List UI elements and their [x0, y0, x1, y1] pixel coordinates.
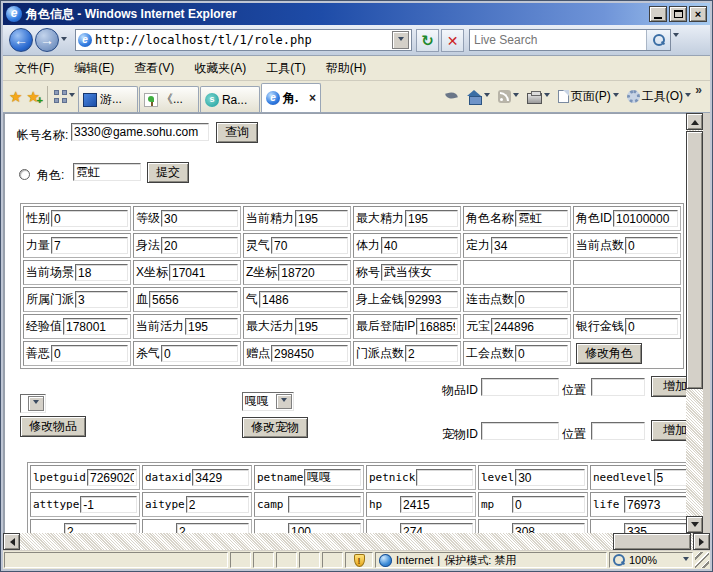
field-input[interactable]: [624, 496, 686, 513]
zoom-control[interactable]: 100%: [609, 552, 693, 568]
zoom-dropdown-icon[interactable]: [683, 557, 689, 564]
minimize-button[interactable]: [649, 6, 667, 22]
history-dropdown[interactable]: [61, 37, 67, 44]
field-input[interactable]: [624, 523, 686, 533]
refresh-button[interactable]: ↻: [416, 29, 439, 52]
field-input[interactable]: [625, 237, 678, 254]
item-select[interactable]: [20, 394, 46, 413]
menu-item-favorites[interactable]: 收藏夹(A): [188, 57, 252, 80]
url-box[interactable]: e http://localhost/tl/1/role.php: [75, 29, 412, 51]
field-input[interactable]: [169, 264, 238, 281]
scroll-right-button[interactable]: [693, 533, 710, 550]
role-radio[interactable]: [19, 169, 30, 180]
field-input[interactable]: [654, 469, 686, 486]
pet-select[interactable]: 嘎嘎: [242, 392, 294, 411]
field-input[interactable]: [259, 291, 348, 308]
tab-1[interactable]: 《...: [139, 86, 199, 112]
url-text[interactable]: http://localhost/tl/1/role.php: [95, 33, 389, 47]
field-input[interactable]: [64, 523, 137, 533]
pet-pos-input[interactable]: [591, 422, 645, 440]
add-pet-button[interactable]: 增加宠物: [651, 420, 686, 441]
field-input[interactable]: [491, 237, 568, 254]
field-input[interactable]: [149, 291, 238, 308]
field-input[interactable]: [515, 291, 568, 308]
item-pos-input[interactable]: [591, 378, 645, 396]
item-select-dropdown[interactable]: [28, 396, 44, 411]
menu-item-view[interactable]: 查看(V): [128, 57, 180, 80]
field-input[interactable]: [625, 318, 678, 335]
horizontal-thumb[interactable]: [613, 533, 691, 550]
stop-button[interactable]: ✕: [441, 29, 464, 52]
toolbar-overflow-chevron[interactable]: »: [695, 83, 702, 97]
account-input[interactable]: [71, 123, 209, 141]
field-input[interactable]: [161, 345, 238, 362]
field-input[interactable]: [288, 496, 361, 513]
home-button[interactable]: [464, 88, 493, 105]
field-input[interactable]: [63, 318, 128, 335]
field-input[interactable]: [400, 496, 473, 513]
pet-id-input[interactable]: [481, 422, 559, 440]
horizontal-track[interactable]: [20, 533, 693, 550]
tab-0[interactable]: 游...: [78, 86, 138, 112]
back-button[interactable]: ←: [9, 28, 33, 52]
field-input[interactable]: [51, 345, 128, 362]
vertical-thumb[interactable]: [686, 131, 703, 389]
modify-pet-button[interactable]: 修改宠物: [242, 417, 308, 438]
field-input[interactable]: [512, 496, 585, 513]
add-item-button[interactable]: 增加物品: [651, 376, 686, 397]
field-input[interactable]: [161, 237, 238, 254]
field-input[interactable]: [295, 318, 348, 335]
field-input[interactable]: [400, 523, 473, 533]
scroll-down-button[interactable]: [686, 516, 703, 533]
search-input[interactable]: [470, 33, 646, 47]
query-button[interactable]: 查询: [216, 122, 258, 143]
tools-menu-button[interactable]: 工具(O): [624, 86, 694, 107]
url-dropdown-button[interactable]: [392, 31, 409, 49]
resize-grip[interactable]: [695, 552, 709, 568]
modify-role-button[interactable]: 修改角色: [576, 343, 642, 364]
print-button[interactable]: [524, 88, 553, 106]
field-input[interactable]: [515, 469, 585, 486]
vertical-scrollbar[interactable]: [686, 113, 703, 533]
horizontal-scrollbar[interactable]: [3, 533, 710, 550]
field-input[interactable]: [271, 345, 348, 362]
pet-select-dropdown[interactable]: [276, 394, 292, 409]
field-input[interactable]: [515, 210, 568, 227]
security-alert-cell[interactable]: !: [345, 552, 373, 568]
field-input[interactable]: [512, 523, 585, 533]
tab-2[interactable]: sRa...: [200, 86, 260, 112]
field-input[interactable]: [80, 496, 137, 513]
field-input[interactable]: [75, 264, 128, 281]
close-button[interactable]: ×: [689, 6, 707, 22]
modify-item-button[interactable]: 修改物品: [20, 416, 86, 437]
field-input[interactable]: [192, 469, 249, 486]
field-input[interactable]: [271, 237, 348, 254]
feeds-button[interactable]: [495, 88, 522, 105]
menu-item-edit[interactable]: 编辑(E): [68, 57, 120, 80]
tab-close-icon[interactable]: ×: [309, 91, 316, 105]
field-input[interactable]: [491, 318, 568, 335]
menu-item-file[interactable]: 文件(F): [9, 57, 60, 80]
field-input[interactable]: [176, 523, 249, 533]
add-favorite-icon[interactable]: ★: [26, 89, 39, 104]
field-input[interactable]: [87, 469, 137, 486]
field-input[interactable]: [405, 345, 458, 362]
field-input[interactable]: [416, 318, 458, 335]
page-menu-button[interactable]: 页面(P): [555, 86, 622, 107]
field-input[interactable]: [161, 210, 238, 227]
field-input[interactable]: [186, 496, 249, 513]
search-button[interactable]: [646, 30, 670, 50]
menu-item-tools[interactable]: 工具(T): [260, 57, 311, 80]
field-input[interactable]: [51, 210, 128, 227]
quick-tabs-button[interactable]: [51, 88, 78, 105]
item-id-input[interactable]: [481, 378, 559, 396]
field-input[interactable]: [295, 210, 348, 227]
search-options-dropdown[interactable]: [673, 33, 679, 40]
scroll-up-button[interactable]: [686, 113, 703, 130]
scroll-left-button[interactable]: [3, 533, 20, 550]
field-input[interactable]: [185, 318, 238, 335]
submit-button[interactable]: 提交: [147, 162, 189, 183]
field-input[interactable]: [278, 264, 348, 281]
field-input[interactable]: [405, 210, 458, 227]
field-input[interactable]: [613, 210, 678, 227]
